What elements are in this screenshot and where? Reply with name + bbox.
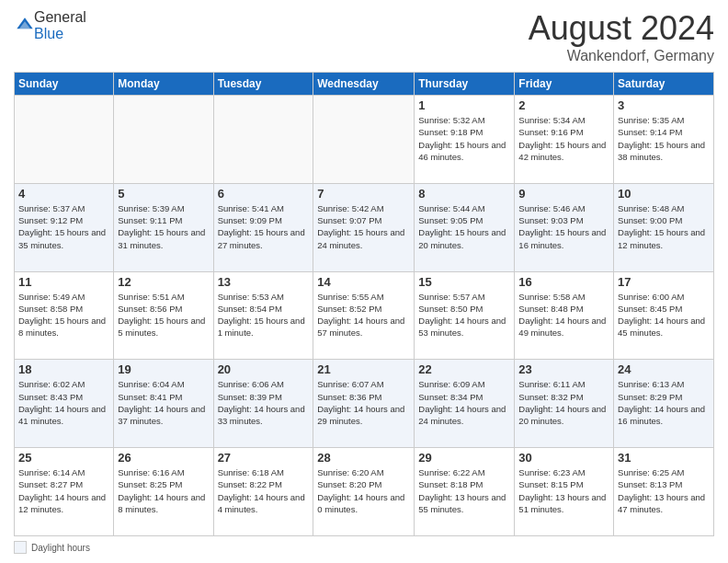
day-number: 14 [317, 275, 410, 289]
calendar-day-header: Thursday [415, 73, 515, 96]
table-row: 1Sunrise: 5:32 AM Sunset: 9:18 PM Daylig… [415, 96, 515, 184]
day-number: 6 [218, 187, 310, 201]
day-info: Sunrise: 5:39 AM Sunset: 9:11 PM Dayligh… [118, 202, 209, 251]
table-row: 31Sunrise: 6:25 AM Sunset: 8:13 PM Dayli… [614, 448, 714, 536]
day-number: 18 [18, 362, 109, 376]
day-number: 25 [18, 451, 109, 465]
logo-blue-text: Blue [34, 26, 63, 41]
table-row: 16Sunrise: 5:58 AM Sunset: 8:48 PM Dayli… [515, 271, 614, 360]
day-info: Sunrise: 6:16 AM Sunset: 8:25 PM Dayligh… [118, 466, 209, 515]
day-info: Sunrise: 5:49 AM Sunset: 8:58 PM Dayligh… [18, 291, 109, 339]
day-info: Sunrise: 6:00 AM Sunset: 8:45 PM Dayligh… [618, 291, 710, 339]
calendar-day-header: Wednesday [313, 73, 415, 96]
day-info: Sunrise: 5:57 AM Sunset: 8:50 PM Dayligh… [418, 291, 510, 339]
day-number: 28 [317, 451, 410, 465]
day-info: Sunrise: 5:42 AM Sunset: 9:07 PM Dayligh… [317, 202, 410, 251]
table-row: 26Sunrise: 6:16 AM Sunset: 8:25 PM Dayli… [114, 448, 213, 536]
table-row: 25Sunrise: 6:14 AM Sunset: 8:27 PM Dayli… [15, 448, 114, 536]
day-info: Sunrise: 5:41 AM Sunset: 9:09 PM Dayligh… [218, 202, 310, 251]
header: General Blue August 2024 Wankendorf, Ger… [14, 9, 714, 64]
calendar-week-row: 1Sunrise: 5:32 AM Sunset: 9:18 PM Daylig… [15, 96, 714, 184]
table-row: 2Sunrise: 5:34 AM Sunset: 9:16 PM Daylig… [515, 96, 614, 184]
day-number: 22 [418, 362, 510, 376]
day-number: 3 [618, 98, 710, 112]
day-number: 10 [618, 187, 710, 201]
table-row: 27Sunrise: 6:18 AM Sunset: 8:22 PM Dayli… [213, 448, 313, 536]
day-info: Sunrise: 6:22 AM Sunset: 8:18 PM Dayligh… [418, 466, 510, 515]
table-row: 19Sunrise: 6:04 AM Sunset: 8:41 PM Dayli… [114, 360, 213, 448]
calendar-day-header: Friday [515, 73, 614, 96]
footer: Daylight hours [14, 541, 714, 554]
logo-general-text: General [34, 9, 86, 25]
calendar-day-header: Saturday [614, 73, 714, 96]
page: General Blue August 2024 Wankendorf, Ger… [0, 0, 728, 563]
table-row [15, 96, 114, 184]
table-row: 6Sunrise: 5:41 AM Sunset: 9:09 PM Daylig… [213, 183, 313, 271]
table-row: 24Sunrise: 6:13 AM Sunset: 8:29 PM Dayli… [614, 360, 714, 448]
table-row: 3Sunrise: 5:35 AM Sunset: 9:14 PM Daylig… [614, 96, 714, 184]
logo-icon [16, 17, 34, 35]
table-row: 30Sunrise: 6:23 AM Sunset: 8:15 PM Dayli… [515, 448, 614, 536]
table-row: 8Sunrise: 5:44 AM Sunset: 9:05 PM Daylig… [415, 183, 515, 271]
calendar-day-header: Monday [114, 73, 213, 96]
logo: General Blue [14, 9, 86, 42]
day-number: 19 [118, 362, 209, 376]
calendar-week-row: 4Sunrise: 5:37 AM Sunset: 9:12 PM Daylig… [15, 183, 714, 271]
day-number: 5 [118, 187, 209, 201]
title-block: August 2024 Wankendorf, Germany [529, 9, 714, 64]
calendar-week-row: 11Sunrise: 5:49 AM Sunset: 8:58 PM Dayli… [15, 271, 714, 360]
table-row: 10Sunrise: 5:48 AM Sunset: 9:00 PM Dayli… [614, 183, 714, 271]
calendar-day-header: Tuesday [213, 73, 313, 96]
main-title: August 2024 [529, 9, 714, 48]
table-row: 21Sunrise: 6:07 AM Sunset: 8:36 PM Dayli… [313, 360, 415, 448]
table-row [114, 96, 213, 184]
table-row: 4Sunrise: 5:37 AM Sunset: 9:12 PM Daylig… [15, 183, 114, 271]
day-info: Sunrise: 6:20 AM Sunset: 8:20 PM Dayligh… [317, 466, 410, 515]
table-row: 7Sunrise: 5:42 AM Sunset: 9:07 PM Daylig… [313, 183, 415, 271]
day-info: Sunrise: 6:25 AM Sunset: 8:13 PM Dayligh… [618, 466, 710, 515]
calendar-table: SundayMondayTuesdayWednesdayThursdayFrid… [14, 72, 714, 536]
legend-label: Daylight hours [31, 543, 90, 553]
table-row [313, 96, 415, 184]
table-row: 22Sunrise: 6:09 AM Sunset: 8:34 PM Dayli… [415, 360, 515, 448]
day-info: Sunrise: 6:06 AM Sunset: 8:39 PM Dayligh… [218, 378, 310, 427]
day-info: Sunrise: 6:07 AM Sunset: 8:36 PM Dayligh… [317, 378, 410, 427]
day-number: 15 [418, 275, 510, 289]
calendar-week-row: 25Sunrise: 6:14 AM Sunset: 8:27 PM Dayli… [15, 448, 714, 536]
table-row: 9Sunrise: 5:46 AM Sunset: 9:03 PM Daylig… [515, 183, 614, 271]
day-info: Sunrise: 5:51 AM Sunset: 8:56 PM Dayligh… [118, 291, 209, 339]
day-info: Sunrise: 5:55 AM Sunset: 8:52 PM Dayligh… [317, 291, 410, 339]
day-number: 21 [317, 362, 410, 376]
day-number: 13 [218, 275, 310, 289]
day-number: 12 [118, 275, 209, 289]
day-info: Sunrise: 5:32 AM Sunset: 9:18 PM Dayligh… [418, 114, 510, 163]
day-info: Sunrise: 6:02 AM Sunset: 8:43 PM Dayligh… [18, 378, 109, 427]
day-number: 11 [18, 275, 109, 289]
day-info: Sunrise: 5:34 AM Sunset: 9:16 PM Dayligh… [518, 114, 609, 163]
day-number: 16 [518, 275, 609, 289]
day-number: 20 [218, 362, 310, 376]
calendar-day-header: Sunday [15, 73, 114, 96]
table-row [213, 96, 313, 184]
day-info: Sunrise: 5:53 AM Sunset: 8:54 PM Dayligh… [218, 291, 310, 339]
legend-box [14, 541, 27, 554]
day-number: 24 [618, 362, 710, 376]
day-info: Sunrise: 6:23 AM Sunset: 8:15 PM Dayligh… [518, 466, 609, 515]
day-number: 17 [618, 275, 710, 289]
table-row: 14Sunrise: 5:55 AM Sunset: 8:52 PM Dayli… [313, 271, 415, 360]
day-info: Sunrise: 5:58 AM Sunset: 8:48 PM Dayligh… [518, 291, 609, 339]
day-info: Sunrise: 5:37 AM Sunset: 9:12 PM Dayligh… [18, 202, 109, 251]
day-info: Sunrise: 5:46 AM Sunset: 9:03 PM Dayligh… [518, 202, 609, 251]
day-number: 2 [518, 98, 609, 112]
table-row: 28Sunrise: 6:20 AM Sunset: 8:20 PM Dayli… [313, 448, 415, 536]
day-info: Sunrise: 6:11 AM Sunset: 8:32 PM Dayligh… [518, 378, 609, 427]
table-row: 17Sunrise: 6:00 AM Sunset: 8:45 PM Dayli… [614, 271, 714, 360]
table-row: 13Sunrise: 5:53 AM Sunset: 8:54 PM Dayli… [213, 271, 313, 360]
table-row: 15Sunrise: 5:57 AM Sunset: 8:50 PM Dayli… [415, 271, 515, 360]
day-number: 1 [418, 98, 510, 112]
day-info: Sunrise: 5:48 AM Sunset: 9:00 PM Dayligh… [618, 202, 710, 251]
day-number: 31 [618, 451, 710, 465]
table-row: 12Sunrise: 5:51 AM Sunset: 8:56 PM Dayli… [114, 271, 213, 360]
table-row: 20Sunrise: 6:06 AM Sunset: 8:39 PM Dayli… [213, 360, 313, 448]
day-number: 27 [218, 451, 310, 465]
